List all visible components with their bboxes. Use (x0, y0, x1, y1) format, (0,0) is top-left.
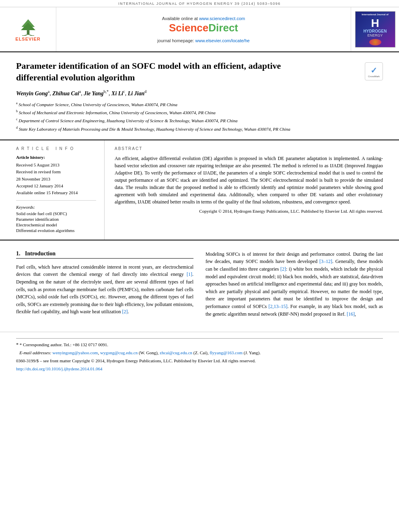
sciencedirect-logo: ScienceDirect (169, 22, 238, 34)
header-center: Available online at www.sciencedirect.co… (56, 7, 351, 51)
footer-notes: * * Corresponding author. Tel.: +86 132 … (0, 332, 399, 377)
info-divider (16, 200, 96, 201)
sciencedirect-logo-direct: Direct (208, 22, 238, 34)
doi-link[interactable]: http://dx.doi.org/10.1016/j.ijhydene.201… (16, 366, 103, 371)
author-jie-sup: b,* (104, 89, 109, 94)
crossmark-badge[interactable]: ✓ CrossMark (365, 62, 383, 80)
abstract-text: An efficient, adaptive differential evol… (115, 155, 383, 205)
svg-rect-0 (27, 30, 29, 35)
main-body: 1. Introduction Fuel cells, which have a… (0, 240, 399, 332)
intro-section-title: 1. Introduction (16, 251, 193, 259)
intro-section-label: Introduction (25, 251, 56, 257)
author-xi: Xi Li (111, 90, 123, 97)
email-label: E-mail addresses: (19, 350, 51, 355)
authors-line: Wenyin Gonga, Zhihua Caia, Jie Yangb,*, … (16, 89, 357, 97)
intro-section-number: 1. (16, 251, 21, 257)
body-left-col: 1. Introduction Fuel cells, which have a… (16, 251, 193, 322)
intro-right-text: Modeling SOFCs is of interest for their … (206, 251, 383, 318)
cover-image: International Journal of H HYDROGEN ENER… (355, 11, 395, 47)
journal-title-bar: INTERNATIONAL JOURNAL OF HYDROGEN ENERGY… (0, 0, 399, 7)
body-two-col: 1. Introduction Fuel cells, which have a… (16, 251, 383, 322)
keyword-2: Parameter identification (16, 217, 96, 222)
email-zhcai[interactable]: zhcai@cug.edu.cn (160, 350, 192, 355)
cover-h-big: H (371, 18, 379, 29)
author-jie: Jie Yang (84, 90, 103, 97)
title-and-authors: Parameter identification of an SOFC mode… (16, 60, 357, 134)
available-online-date: Available online 15 February 2014 (16, 190, 96, 196)
affil-a: a School of Computer Science, China Univ… (16, 101, 357, 108)
sciencedirect-logo-text: Science (169, 22, 208, 34)
elsevier-logo-area: ELSEVIER (0, 7, 56, 51)
received-date: Received 5 August 2013 (16, 162, 96, 168)
author-lijian-sup: d (144, 89, 146, 94)
footnote-doi: http://dx.doi.org/10.1016/j.ijhydene.201… (16, 366, 383, 373)
ref-2-13-15-link[interactable]: [2,13–15] (268, 304, 287, 309)
crossmark-container[interactable]: ✓ CrossMark (365, 62, 383, 80)
affil-b: b School of Mechanical and Electronic In… (16, 109, 357, 116)
keyword-4: Differential evolution algorithms (16, 228, 96, 233)
affiliations: a School of Computer Science, China Univ… (16, 101, 357, 133)
article-title-section: Parameter identification of an SOFC mode… (0, 52, 399, 140)
affil-c: c Department of Control Science and Engi… (16, 117, 357, 124)
keyword-1: Solid oxide fuel cell (SOFC) (16, 211, 96, 216)
ref-1-link[interactable]: [1] (187, 271, 192, 277)
journal-header: INTERNATIONAL JOURNAL OF HYDROGEN ENERGY… (0, 0, 399, 52)
author-wenyin: Wenyin Gong (16, 90, 48, 97)
ref-16-link[interactable]: [16] (347, 311, 355, 317)
cover-energy-text: ENERGY (367, 33, 383, 37)
footnote-corresponding: * * Corresponding author. Tel.: +86 132 … (16, 341, 383, 349)
elsevier-label: ELSEVIER (15, 37, 40, 41)
crossmark-check: ✓ (370, 66, 377, 75)
author-zhihua-sup: a (79, 89, 81, 94)
journal-cover: International Journal of H HYDROGEN ENER… (351, 7, 399, 51)
keywords-section: Keywords: Solid oxide fuel cell (SOFC) P… (16, 205, 96, 233)
intro-left-text: Fuel cells, which have attracted conside… (16, 263, 193, 316)
article-history-label: Article history: (16, 155, 96, 160)
accepted-date: Accepted 12 January 2014 (16, 183, 96, 189)
received-revised-date: 28 November 2013 (16, 176, 96, 182)
journal-homepage: journal homepage: www.elsevier.com/locat… (157, 38, 249, 43)
body-right-col: Modeling SOFCs is of interest for their … (206, 251, 383, 322)
ref-3-12-link[interactable]: [3–12] (319, 259, 332, 264)
email-wygong[interactable]: wygong@cug.edu.cn (100, 350, 138, 355)
crossmark-text: CrossMark (368, 75, 380, 78)
email-wenyin[interactable]: wenyingong@yahoo.com (52, 350, 98, 355)
author-zhihua: Zhihua Cai (52, 90, 79, 97)
available-online-text: Available online at www.sciencedirect.co… (162, 16, 245, 21)
article-info-abstract-section: A R T I C L E I N F O Article history: R… (0, 140, 399, 240)
cover-journal-name: International Journal of (362, 13, 389, 16)
author-wenyin-sup: a (48, 89, 49, 94)
ref-2b-link[interactable]: [2] (280, 266, 286, 272)
article-info-heading: A R T I C L E I N F O (16, 146, 96, 151)
footer-divider (16, 338, 383, 339)
elsevier-tree-icon (14, 18, 42, 36)
ref-2-link[interactable]: [2] (122, 309, 128, 314)
abstract-col: ABSTRACT An efficient, adaptive differen… (105, 140, 399, 240)
keyword-3: Electrochemical model (16, 222, 96, 227)
article-title: Parameter identification of an SOFC mode… (16, 60, 290, 83)
abstract-heading: ABSTRACT (115, 146, 383, 151)
journal-homepage-link[interactable]: www.elsevier.com/locate/he (195, 38, 250, 43)
copyright-text: Copyright © 2014, Hydrogen Energy Public… (115, 209, 383, 214)
article-info-col: A R T I C L E I N F O Article history: R… (0, 140, 105, 240)
email-flyyang[interactable]: flyyang@163.com (210, 350, 243, 355)
footnote-issn: 0360-3199/$ – see front matter Copyright… (16, 357, 383, 365)
cover-decorative-circle (369, 39, 381, 45)
author-lijian: Li Jian (128, 90, 145, 97)
sciencedirect-url: www.sciencedirect.com (199, 16, 245, 21)
author-xi-sup: c (123, 89, 125, 94)
received-revised-label: Received in revised form (16, 169, 96, 175)
cover-hydrogen-text: HYDROGEN (364, 29, 387, 33)
affil-d: d State Key Laboratory of Materials Proc… (16, 125, 357, 133)
footnote-email: E-mail addresses: wenyingong@yahoo.com, … (16, 349, 383, 357)
corresponding-text: * Corresponding author. Tel.: +86 132 07… (20, 342, 108, 347)
journal-title-text: INTERNATIONAL JOURNAL OF HYDROGEN ENERGY… (118, 2, 281, 6)
keywords-label: Keywords: (16, 205, 96, 210)
